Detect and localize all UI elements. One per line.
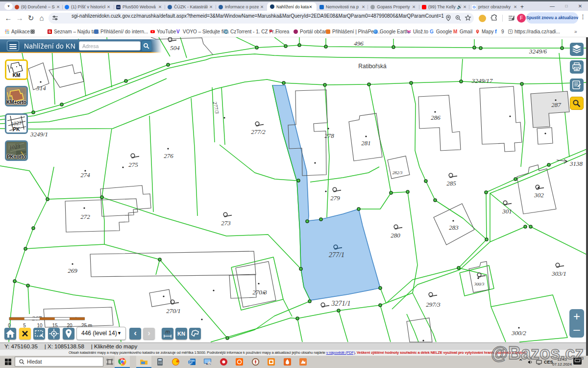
svg-text:280: 280 <box>391 232 400 239</box>
svg-text:270/1: 270/1 <box>166 307 181 315</box>
svg-text:275: 275 <box>128 161 138 168</box>
svg-text:300/3: 300/3 <box>474 282 485 287</box>
svg-text:3249/17: 3249/17 <box>471 77 493 84</box>
svg-text:277/2: 277/2 <box>251 128 266 135</box>
svg-text:504: 504 <box>170 44 180 52</box>
svg-text:496: 496 <box>354 40 364 47</box>
svg-text:302: 302 <box>534 191 544 199</box>
svg-text:278: 278 <box>324 132 334 139</box>
svg-text:279: 279 <box>330 194 340 202</box>
svg-text:281: 281 <box>361 139 371 147</box>
svg-text:282/3: 282/3 <box>392 170 403 175</box>
svg-text:276: 276 <box>164 152 173 159</box>
svg-text:297/3: 297/3 <box>426 301 441 308</box>
svg-text:285: 285 <box>446 180 456 187</box>
svg-text:269: 269 <box>68 267 77 274</box>
svg-text:287: 287 <box>551 101 561 108</box>
svg-text:273: 273 <box>221 219 231 227</box>
svg-text:3271/1: 3271/1 <box>331 300 351 307</box>
svg-text:Ratibořská: Ratibořská <box>358 63 387 70</box>
svg-text:31: 31 <box>208 362 211 365</box>
svg-text:283: 283 <box>449 224 459 231</box>
svg-text:301: 301 <box>502 208 512 215</box>
svg-text:3138: 3138 <box>569 160 583 167</box>
svg-text:270/3: 270/3 <box>252 289 267 296</box>
svg-text:300/2: 300/2 <box>511 329 526 337</box>
svg-text:514: 514 <box>36 84 46 92</box>
svg-text:3249/6: 3249/6 <box>529 48 547 55</box>
svg-text:286: 286 <box>431 114 441 121</box>
svg-text:3249/1: 3249/1 <box>30 131 48 138</box>
svg-text:m: m <box>165 329 170 335</box>
svg-text:303/1: 303/1 <box>551 270 566 277</box>
svg-text:1023: 1023 <box>10 119 22 127</box>
svg-text:274: 274 <box>80 171 90 179</box>
svg-text:272: 272 <box>80 213 90 220</box>
svg-text:277/1: 277/1 <box>329 251 344 259</box>
